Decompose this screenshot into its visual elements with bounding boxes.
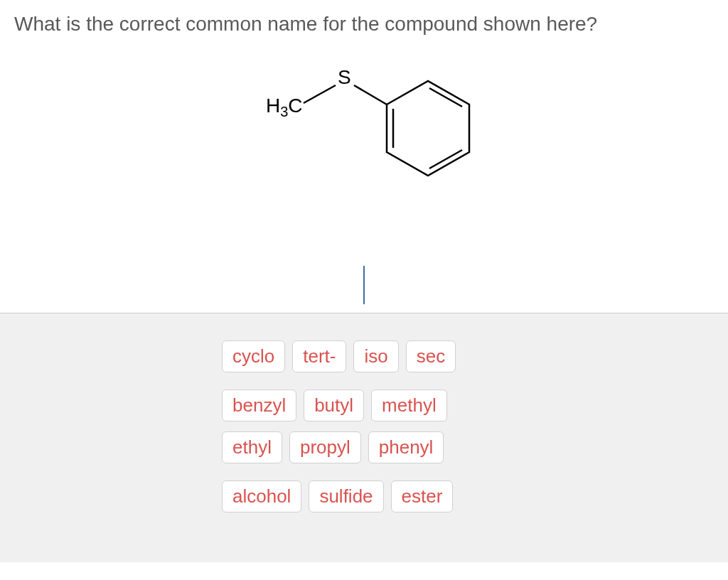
- question-text: What is the correct common name for the …: [14, 13, 714, 36]
- option-cyclo[interactable]: cyclo: [222, 340, 285, 372]
- option-methyl[interactable]: methyl: [371, 390, 447, 421]
- option-row-groups-1: benzyl butyl methyl: [222, 390, 728, 421]
- options-panel: cyclo tert- iso sec benzyl butyl methyl …: [0, 313, 728, 562]
- svg-line-1: [354, 85, 387, 104]
- svg-line-0: [304, 85, 336, 103]
- chemical-structure: H3C S: [14, 64, 714, 223]
- option-row-groups-2: ethyl propyl phenyl: [222, 431, 728, 463]
- s-label: S: [338, 66, 351, 88]
- option-ethyl[interactable]: ethyl: [222, 431, 282, 463]
- option-sulfide[interactable]: sulfide: [309, 480, 383, 512]
- text-cursor: [363, 266, 365, 304]
- option-butyl[interactable]: butyl: [304, 390, 364, 421]
- option-ester[interactable]: ester: [391, 480, 454, 512]
- answer-input-area[interactable]: [14, 266, 714, 304]
- option-tert[interactable]: tert-: [292, 340, 346, 372]
- option-iso[interactable]: iso: [353, 340, 398, 372]
- structure-svg: H3C S: [236, 64, 492, 220]
- option-benzyl[interactable]: benzyl: [222, 390, 296, 421]
- option-sec[interactable]: sec: [406, 340, 456, 372]
- svg-marker-2: [387, 81, 469, 176]
- option-propyl[interactable]: propyl: [289, 431, 361, 463]
- option-row-prefixes: cyclo tert- iso sec: [222, 340, 728, 372]
- option-alcohol[interactable]: alcohol: [222, 480, 301, 512]
- option-row-suffixes: alcohol sulfide ester: [222, 480, 728, 512]
- h3c-label: H3C: [266, 95, 303, 119]
- option-phenyl[interactable]: phenyl: [368, 431, 444, 463]
